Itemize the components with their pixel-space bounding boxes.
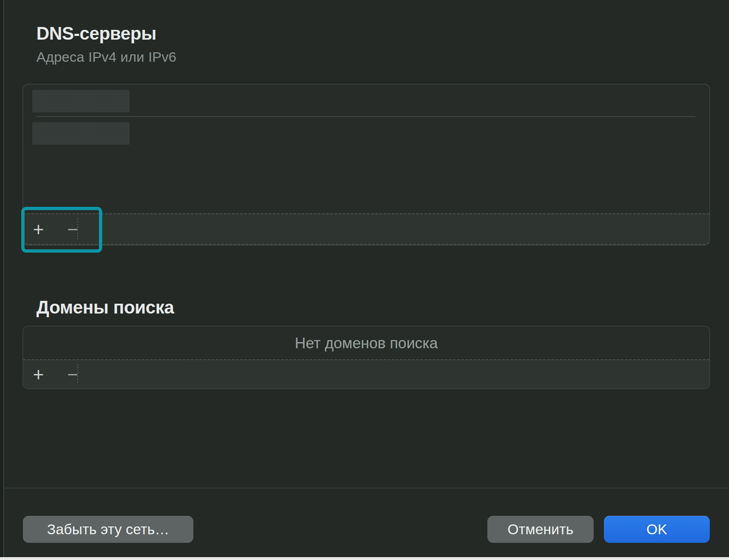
search-domains-list[interactable]: Нет доменов поиска + − bbox=[22, 326, 710, 389]
empty-placeholder-text: Нет доменов поиска bbox=[295, 335, 438, 352]
dialog-left-gutter bbox=[0, 0, 3, 560]
footer-divider bbox=[4, 488, 729, 488]
dialog-left-border bbox=[3, 0, 4, 560]
dns-row-redacted-value[interactable] bbox=[32, 90, 130, 112]
dns-section-title: DNS-серверы bbox=[36, 23, 156, 44]
window-bottom-edge bbox=[0, 557, 729, 560]
dns-list-footer: + − bbox=[23, 213, 709, 245]
ok-button[interactable]: OK bbox=[604, 516, 710, 543]
dns-add-button[interactable]: + bbox=[27, 214, 50, 244]
search-domains-empty-row: Нет доменов поиска bbox=[23, 327, 709, 360]
dns-servers-list[interactable]: + − bbox=[22, 84, 710, 246]
plus-icon: + bbox=[33, 220, 44, 239]
search-domains-list-footer: + − bbox=[23, 359, 709, 388]
minus-icon: − bbox=[67, 220, 79, 239]
plus-icon: + bbox=[33, 365, 44, 384]
dns-remove-button[interactable]: − bbox=[61, 214, 85, 244]
dns-section-subtitle: Адреса IPv4 или IPv6 bbox=[36, 49, 176, 65]
minus-icon: − bbox=[67, 365, 79, 384]
search-domains-section-title: Домены поиска bbox=[36, 297, 174, 318]
dns-row-redacted-value[interactable] bbox=[32, 122, 130, 145]
row-separator bbox=[36, 116, 695, 117]
search-domains-remove-button[interactable]: − bbox=[61, 360, 85, 388]
search-domains-add-button[interactable]: + bbox=[27, 360, 50, 388]
cancel-button[interactable]: Отменить bbox=[487, 516, 594, 543]
forget-network-button[interactable]: Забыть эту сеть… bbox=[23, 516, 193, 543]
network-details-dialog: DNS-серверы Адреса IPv4 или IPv6 + − Дом… bbox=[0, 0, 729, 560]
